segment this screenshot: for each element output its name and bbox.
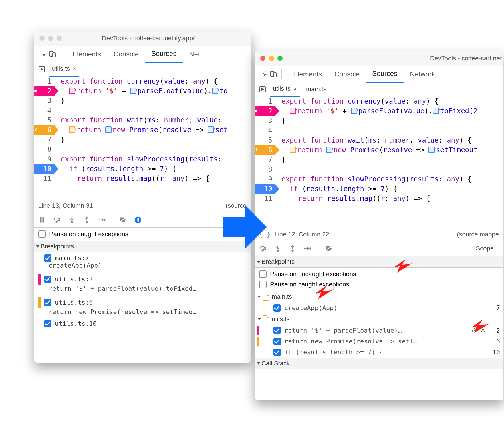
checkbox-icon[interactable] (38, 230, 46, 238)
titlebar[interactable]: DevTools - coffee-cart.net (255, 51, 503, 66)
traffic-max-icon[interactable] (277, 56, 283, 61)
step-out-icon[interactable] (82, 216, 91, 224)
tab-console[interactable]: Console (107, 46, 145, 62)
svg-point-7 (71, 221, 73, 223)
close-icon[interactable]: × (73, 66, 76, 72)
traffic-max-icon[interactable] (57, 36, 62, 41)
checkbox-icon[interactable] (259, 270, 267, 278)
code-editor[interactable]: 1export function currency(value: any) {2… (255, 96, 503, 241)
file-tab-utils[interactable]: utils.ts × (270, 82, 300, 97)
pause-uncaught-label: Pause on uncaught exceptions (270, 270, 356, 278)
step-icon[interactable] (97, 216, 106, 224)
breakpoint-item[interactable]: main.ts:7createApp(App) (34, 252, 251, 271)
checkbox-icon[interactable] (273, 304, 281, 312)
tab-elements[interactable]: Elements (287, 66, 328, 82)
breakpoint-code: createApp(App) (284, 304, 485, 311)
disclosure-icon (257, 261, 260, 263)
checkbox-icon[interactable] (273, 338, 281, 345)
checkbox-icon[interactable] (273, 349, 281, 356)
file-name: utils.ts (272, 315, 289, 323)
tab-elements[interactable]: Elements (66, 46, 107, 62)
sourcemap-status: (source mappe (457, 231, 499, 238)
callstack-section[interactable]: Call Stack (255, 358, 503, 369)
checkbox-icon[interactable] (44, 299, 51, 306)
inspect-icon[interactable] (259, 69, 269, 79)
breakpoint-item[interactable]: utils.ts:6return new Promise(resolve => … (34, 294, 251, 318)
checkbox-icon[interactable] (44, 254, 51, 262)
svg-point-20 (310, 248, 311, 249)
breakpoint-title: utils.ts:10 (55, 320, 97, 327)
debugger-toolbar: Scope (255, 241, 503, 256)
checkbox-icon[interactable] (273, 327, 281, 334)
navigator-icon[interactable] (38, 65, 46, 73)
tab-network[interactable]: Network (404, 66, 441, 82)
file-tab-main[interactable]: main.ts (303, 82, 329, 96)
disclosure-icon (257, 318, 261, 320)
scope-tab[interactable]: Scope (470, 241, 499, 256)
breakpoint-item[interactable]: utils.ts:2return '$' + parseFloat(value)… (34, 271, 251, 294)
file-name: main.ts (272, 293, 292, 300)
breakpoint-code: if (results.length >= 7) { (284, 349, 485, 356)
checkbox-icon[interactable] (44, 320, 51, 327)
breakpoint-item[interactable]: return new Promise(resolve => setT…6 (255, 336, 503, 347)
file-tab-utils[interactable]: utils.ts × (49, 62, 79, 77)
debugger-panel: Pause on caught exceptions Breakpoints m… (34, 228, 251, 363)
breakpoints-section[interactable]: Breakpoints (255, 256, 503, 268)
pause-icon[interactable] (38, 216, 46, 224)
breakpoint-item[interactable]: if (results.length >= 7) {10 (255, 347, 503, 358)
debugger-toolbar (34, 212, 251, 228)
step-into-icon[interactable] (273, 244, 282, 253)
breakpoint-item[interactable]: return '$' + parseFloat(value)…×2 (255, 325, 503, 336)
cursor-position: Line 12, Column 22 (275, 231, 329, 238)
step-into-icon[interactable] (68, 216, 76, 224)
file-icon (263, 293, 269, 301)
file-tabs: utils.ts × main.ts (255, 82, 503, 96)
file-tab-label: utils.ts (52, 65, 70, 72)
code-editor[interactable]: 1export function currency(value: any) {2… (34, 76, 251, 212)
debugger-panel: Breakpoints Pause on uncaught exceptions… (255, 256, 503, 400)
section-label: Breakpoints (261, 258, 295, 266)
pause-uncaught-row[interactable]: Pause on uncaught exceptions (255, 268, 503, 281)
annotation-arrow-icon (223, 205, 268, 248)
traffic-lights[interactable] (34, 36, 68, 41)
breakpoint-code: return new Promise(resolve => setTimeo… (38, 308, 247, 315)
checkbox-icon[interactable] (259, 281, 267, 288)
traffic-lights[interactable] (255, 56, 288, 61)
breakpoint-file-group[interactable]: main.ts (255, 291, 503, 303)
breakpoints-section[interactable]: Breakpoints (34, 241, 251, 252)
breakpoint-item[interactable]: utils.ts:10 (34, 318, 251, 330)
traffic-min-icon[interactable] (269, 56, 274, 61)
file-tabs: utils.ts × (34, 62, 251, 76)
tab-network[interactable]: Net (183, 46, 206, 62)
breakpoint-item[interactable]: createApp(App)7 (255, 303, 503, 313)
deactivate-bp-icon[interactable] (119, 216, 127, 224)
tab-sources[interactable]: Sources (145, 46, 183, 63)
step-icon[interactable] (303, 244, 312, 253)
breakpoint-file-group[interactable]: utils.ts (255, 313, 503, 325)
device-icon[interactable] (48, 49, 58, 59)
editor-status: { }Line 12, Column 22 (source mappe (255, 228, 503, 241)
traffic-min-icon[interactable] (48, 36, 53, 41)
navigator-icon[interactable] (259, 85, 267, 93)
section-label: Breakpoints (41, 243, 74, 250)
deactivate-bp-icon[interactable] (325, 244, 333, 253)
device-icon[interactable] (269, 69, 279, 79)
step-over-icon[interactable] (53, 216, 61, 224)
traffic-close-icon[interactable] (260, 56, 265, 61)
tab-console[interactable]: Console (328, 66, 366, 82)
file-tab-label: main.ts (306, 86, 326, 93)
checkbox-icon[interactable] (44, 276, 51, 283)
step-out-icon[interactable] (288, 244, 297, 253)
svg-rect-11 (137, 218, 138, 222)
pause-caught-row[interactable]: Pause on caught exceptions (255, 281, 503, 291)
close-icon[interactable]: × (293, 86, 297, 92)
pause-caught-row[interactable]: Pause on caught exceptions (34, 228, 251, 241)
titlebar[interactable]: DevTools - coffee-cart.netlify.app/ (34, 31, 251, 46)
tab-sources[interactable]: Sources (366, 66, 404, 83)
breakpoint-code: return new Promise(resolve => setT… (284, 338, 485, 345)
inspect-icon[interactable] (38, 49, 48, 59)
traffic-close-icon[interactable] (39, 36, 45, 41)
devtools-window-left: DevTools - coffee-cart.netlify.app/ Elem… (34, 31, 251, 363)
pause-exceptions-icon[interactable] (134, 216, 142, 224)
devtools-tabs: Elements Console Sources Network (255, 66, 503, 82)
